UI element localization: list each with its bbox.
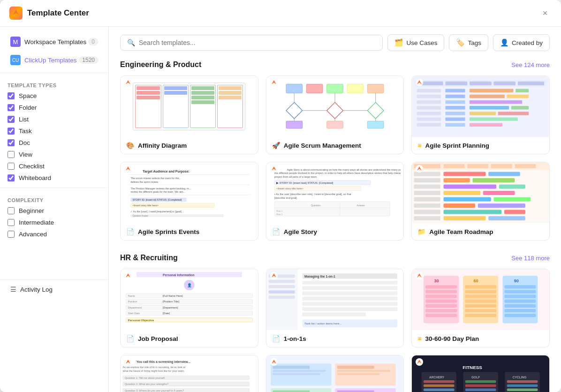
- modal-container: Template Center × M Workspace Templates …: [0, 0, 561, 392]
- type-view-item[interactable]: View: [0, 149, 108, 160]
- svg-text:FITNESS: FITNESS: [462, 365, 482, 370]
- search-input-wrapper[interactable]: 🔍: [120, 35, 383, 51]
- sprints-events-svg: Target Audience and Purpose: The scrum m…: [124, 166, 254, 219]
- type-folder-checkbox[interactable]: [8, 104, 15, 111]
- svg-text:[Full Name Here]: [Full Name Here]: [163, 294, 183, 297]
- activity-log-item[interactable]: ☰ Activity Log: [3, 282, 106, 297]
- type-view-checkbox[interactable]: [8, 151, 15, 158]
- template-card-job-proposal[interactable]: Personal Information 👤 Name [Full Name H…: [120, 269, 258, 347]
- svg-rect-43: [417, 112, 441, 115]
- template-footer-sprints-events: 📄 Agile Sprints Events: [121, 223, 258, 240]
- template-card-team-roadmap[interactable]: 📁 Agile Team Roadmap: [411, 162, 550, 241]
- app-logo: [9, 7, 23, 20]
- svg-rect-165: [425, 304, 457, 308]
- type-checklist-item[interactable]: Checklist: [0, 160, 108, 172]
- template-card-affinity[interactable]: 🎨 Affinity Diagram: [120, 75, 258, 154]
- complexity-advanced-checkbox[interactable]: [8, 231, 15, 238]
- template-card-agile-story[interactable]: Agile Story is about communicating on ho…: [266, 162, 404, 241]
- svg-text:STORY ID: [insert id] STATUS: : STORY ID: [insert id] STATUS: [Completed…: [132, 198, 182, 201]
- template-card-one-on-one[interactable]: Managing the 1-on-1 Task list: [266, 269, 404, 347]
- type-list-item[interactable]: List: [0, 113, 108, 125]
- section-engineering-see-more[interactable]: See 124 more: [511, 61, 550, 68]
- aff-col-1: [135, 85, 161, 128]
- svg-rect-113: [504, 210, 525, 214]
- plan-90-type-icon: ≡: [417, 335, 421, 342]
- job-proposal-inner: Personal Information 👤 Name [Full Name H…: [121, 269, 258, 330]
- scrum-name: Agile Scrum Management: [284, 142, 361, 149]
- svg-rect-173: [465, 309, 496, 312]
- job-proposal-name: Job Proposal: [138, 335, 178, 342]
- complexity-advanced-item[interactable]: Advanced: [0, 228, 108, 240]
- job-proposal-svg: Personal Information 👤 Name [Full Name H…: [121, 269, 258, 330]
- svg-rect-89: [444, 164, 465, 168]
- svg-text:defines the sprint review.: defines the sprint review.: [130, 181, 159, 183]
- type-task-checkbox[interactable]: [8, 128, 15, 135]
- svg-rect-225: [465, 380, 496, 383]
- svg-text:30: 30: [434, 279, 439, 283]
- tags-icon: 🏷️: [456, 38, 465, 47]
- svg-rect-125: [126, 299, 252, 303]
- svg-text:Agile Story is about communica: Agile Story is about communicating on ho…: [287, 168, 401, 171]
- template-card-scrum[interactable]: 🚀 Agile Scrum Management: [266, 75, 404, 154]
- search-input[interactable]: [139, 39, 376, 46]
- tags-label: Tags: [468, 39, 481, 46]
- type-whiteboard-item[interactable]: Whiteboard: [0, 172, 108, 184]
- type-list-checkbox[interactable]: [8, 116, 15, 123]
- svg-rect-146: [302, 286, 397, 290]
- template-card-b2[interactable]: 📄 Loading...: [266, 355, 404, 392]
- svg-rect-36: [417, 100, 441, 104]
- type-task-item[interactable]: Task: [0, 125, 108, 137]
- sidebar-item-workspace[interactable]: M Workspace Templates 0: [3, 33, 106, 51]
- svg-rect-141: [268, 290, 295, 294]
- close-button[interactable]: ×: [538, 7, 552, 20]
- scrum-type-icon: 🚀: [272, 142, 280, 149]
- complexity-intermediate-item[interactable]: Intermediate: [0, 217, 108, 228]
- one-on-one-type-icon: 📄: [272, 335, 280, 342]
- svg-rect-4: [327, 84, 343, 93]
- svg-rect-204: [337, 366, 374, 369]
- type-folder-item[interactable]: Folder: [0, 102, 108, 113]
- section-hr-see-more[interactable]: See 118 more: [511, 255, 550, 262]
- svg-rect-227: [465, 388, 496, 391]
- type-doc-checkbox[interactable]: [8, 139, 15, 146]
- sidebar-item-clickup[interactable]: CU ClickUp Templates 1520: [3, 51, 106, 69]
- svg-rect-147: [302, 292, 397, 295]
- svg-rect-226: [465, 384, 496, 387]
- svg-rect-61: [129, 195, 250, 195]
- one-on-one-name: 1-on-1s: [284, 335, 306, 342]
- svg-text:<Insert story title here>: <Insert story title here>: [132, 204, 159, 207]
- type-space-checkbox[interactable]: [8, 92, 15, 99]
- sidebar-divider-2: [0, 188, 108, 188]
- svg-rect-44: [446, 112, 465, 115]
- created-by-button[interactable]: 👤 Created by: [493, 34, 550, 51]
- engineering-grid: 🎨 Affinity Diagram: [120, 75, 550, 241]
- type-whiteboard-checkbox[interactable]: [8, 174, 15, 181]
- template-card-plan-90[interactable]: 30 60 90: [411, 269, 550, 347]
- sidebar-divider-1: [0, 73, 108, 73]
- template-card-b1[interactable]: You call this a screening interview... A…: [120, 355, 258, 392]
- svg-text:✓ As the [user], I need [requi: ✓ As the [user], I need [requirement] to…: [130, 210, 183, 213]
- type-space-item[interactable]: Space: [0, 90, 108, 102]
- hr-grid: Personal Information 👤 Name [Full Name H…: [120, 269, 550, 392]
- template-thumb-plan-90: 30 60 90: [412, 269, 549, 330]
- use-cases-button[interactable]: 🗂️ Use Cases: [387, 34, 444, 51]
- type-checklist-checkbox[interactable]: [8, 163, 15, 170]
- svg-rect-32: [417, 95, 441, 98]
- svg-rect-105: [414, 197, 440, 202]
- complexity-beginner-checkbox[interactable]: [8, 207, 15, 214]
- complexity-beginner-item[interactable]: Beginner: [0, 205, 108, 217]
- affinity-type-icon: 🎨: [126, 142, 134, 149]
- tags-button[interactable]: 🏷️ Tags: [449, 34, 488, 51]
- template-card-sprint-plan[interactable]: ≡ Agile Sprint Planning: [411, 75, 550, 154]
- template-card-sprints-events[interactable]: Target Audience and Purpose: The scrum m…: [120, 162, 258, 241]
- svg-text:60: 60: [473, 279, 478, 283]
- template-card-b3[interactable]: FITNESS ARCHERY GOLF CYCLING: [411, 355, 550, 392]
- team-roadmap-name: Agile Team Roadmap: [429, 228, 493, 235]
- complexity-intermediate-checkbox[interactable]: [8, 219, 15, 226]
- svg-rect-39: [417, 106, 441, 109]
- svg-marker-9: [367, 102, 384, 119]
- svg-rect-114: [414, 216, 440, 220]
- type-doc-item[interactable]: Doc: [0, 137, 108, 149]
- complexity-beginner-label: Beginner: [19, 207, 44, 214]
- svg-text:Question: Question: [311, 204, 321, 207]
